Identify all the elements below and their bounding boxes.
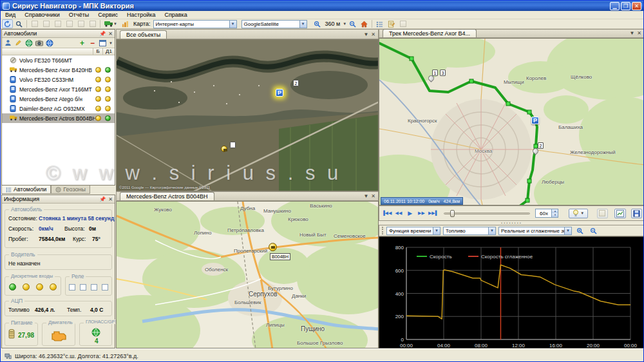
refresh-button[interactable] xyxy=(2,19,13,28)
chart-parameter-combobox[interactable]: Топливо ▼ xyxy=(443,227,496,235)
skip-end-button[interactable]: ▶▶▌ xyxy=(428,209,439,218)
chevron-down-icon[interactable]: ▼ xyxy=(580,211,584,215)
maximize-button[interactable]: ❐ xyxy=(621,2,630,10)
chevron-down-icon[interactable]: ▼ xyxy=(488,227,495,234)
play-button[interactable]: ▶ xyxy=(405,209,415,218)
scale-dropdown-icon[interactable]: ▼ xyxy=(343,22,346,26)
chevron-down-icon[interactable]: ▼ xyxy=(363,32,368,37)
relay-checkbox-1[interactable] xyxy=(69,284,75,291)
tab-vehicles[interactable]: Автомобили xyxy=(1,186,51,194)
home-button[interactable] xyxy=(359,19,370,28)
chevron-down-icon[interactable]: ▼ xyxy=(629,30,634,36)
menu-directories[interactable]: Справочники xyxy=(20,12,64,18)
relay-checkbox-3[interactable] xyxy=(91,284,97,291)
tab-geozones[interactable]: Геозоны xyxy=(51,186,90,194)
chart-zoom-out-button[interactable] xyxy=(588,226,599,235)
track-badge-2[interactable]: 2 xyxy=(538,142,544,149)
rewind-button[interactable]: ◀◀ xyxy=(393,209,404,218)
menu-help[interactable]: Справка xyxy=(160,12,191,18)
chevron-down-icon[interactable]: ▼ xyxy=(109,41,113,45)
tab-track-axor[interactable]: Трек Mercedes-Benz Axor B4... xyxy=(383,29,477,37)
map-layer-combobox[interactable]: GoogleSatellite ▼ xyxy=(242,20,307,28)
close-button[interactable]: ✕ xyxy=(632,2,641,10)
panels-list-button[interactable] xyxy=(374,19,385,28)
vehicle-row[interactable]: Mercedes-Benz Axor B420HB xyxy=(2,65,115,75)
satellite-map[interactable]: 2 P ©2011 Google — Картографические данн… xyxy=(116,39,379,191)
menu-reports[interactable]: Отчёты xyxy=(64,12,93,18)
vehicle-row[interactable]: Mercedes-Benz Axor T166MT xyxy=(2,84,115,94)
chevron-down-icon[interactable]: ▼ xyxy=(363,193,368,199)
skip-start-button[interactable]: ▐◀◀ xyxy=(381,209,392,218)
map-source-combobox[interactable]: Интернет-карты ▼ xyxy=(153,20,237,28)
track-badge-1[interactable]: 1 xyxy=(432,70,438,76)
sat-waypoint-badge[interactable]: 2 xyxy=(293,80,299,86)
vehicle-row[interactable]: Mercedes-Benz Atego б/н xyxy=(2,94,115,104)
show-on-map-button[interactable] xyxy=(24,39,33,47)
track-map[interactable]: 1 3 P 2 Королев Мытищи Щёлково Красногор… xyxy=(379,38,644,205)
playback-speed-spinner[interactable]: 60x ▲▼ xyxy=(535,209,558,218)
close-icon[interactable]: ✕ xyxy=(637,30,641,36)
log-button[interactable] xyxy=(386,19,397,28)
temp-label: Темп. xyxy=(67,307,81,313)
note-icon xyxy=(388,21,395,28)
pin-icon[interactable]: 📌 xyxy=(99,31,106,37)
close-icon[interactable]: ✕ xyxy=(371,193,375,199)
zoom-out-button[interactable] xyxy=(347,19,358,28)
add-vehicle-button[interactable]: + xyxy=(78,39,86,47)
map-label-novy-byt: Новый Быт xyxy=(299,232,327,238)
playback-slider[interactable] xyxy=(444,209,530,218)
menu-settings[interactable]: Настройка xyxy=(122,12,160,18)
chevron-down-icon[interactable]: ▼ xyxy=(433,227,440,234)
fast-forward-button[interactable]: ▶▶ xyxy=(417,209,427,218)
vehicle-row-selected[interactable]: Mercedes-Benz Actros B004BH xyxy=(2,113,115,123)
save-button[interactable] xyxy=(631,209,642,218)
camera-button[interactable] xyxy=(35,39,43,47)
mileage-value: 75844,0км xyxy=(39,236,65,242)
driver-button[interactable] xyxy=(4,39,12,47)
minimize-button[interactable]: ▁ xyxy=(610,2,620,10)
tab-all-objects[interactable]: Все объекты xyxy=(120,30,167,39)
spin-down-icon[interactable]: ▼ xyxy=(552,213,558,217)
status-dot-d1 xyxy=(105,67,111,73)
chart-tool-button[interactable] xyxy=(120,19,131,28)
chevron-down-icon[interactable]: ▼ xyxy=(229,21,236,28)
sat-vehicle-marker[interactable] xyxy=(221,146,227,152)
tab-actros-map[interactable]: Mercedes-Benz Actros B004BH xyxy=(120,192,214,200)
menu-service[interactable]: Сервис xyxy=(93,12,122,18)
track-parking-marker[interactable]: P xyxy=(531,117,539,124)
sat-vehicle-badge[interactable] xyxy=(230,142,236,148)
chart-plot[interactable]: 00:0004:0008:0012:0016:0020:0000:0002004… xyxy=(379,237,644,348)
open-chart-button[interactable] xyxy=(614,209,627,218)
edit-button[interactable] xyxy=(14,39,23,47)
route-vehicle-marker[interactable] xyxy=(269,243,277,251)
chart-zoom-in-button[interactable] xyxy=(574,226,585,235)
close-icon[interactable]: ✕ xyxy=(371,32,375,37)
relay-checkbox-2[interactable] xyxy=(80,284,86,291)
close-icon[interactable]: ✕ xyxy=(108,196,113,202)
map-label-lyubertsy: Люберцы xyxy=(542,179,564,185)
sat-parking-marker[interactable]: P xyxy=(276,89,283,97)
toolbar-grip[interactable] xyxy=(382,227,384,234)
vehicle-row[interactable]: Daimler-Benz AG O932MX xyxy=(2,104,115,113)
chevron-down-icon[interactable]: ▼ xyxy=(299,21,307,28)
menu-view[interactable]: Вид xyxy=(1,12,20,18)
vehicle-tool-button[interactable]: ▼ xyxy=(102,19,119,28)
chart-mode-combobox[interactable]: Функция времени ▼ xyxy=(386,227,440,235)
track-button[interactable] xyxy=(45,39,53,47)
slider-thumb[interactable] xyxy=(450,210,455,217)
vehicle-row[interactable]: Volvo FE320 C533HM xyxy=(2,75,115,84)
remove-vehicle-button[interactable]: − xyxy=(88,39,97,47)
window-mode-button[interactable] xyxy=(99,39,107,47)
vehicle-row[interactable]: Volvo FE320 T666MT xyxy=(2,55,115,65)
chart-values-combobox[interactable]: Реальные и сглаженные значен ▼ xyxy=(498,227,572,235)
close-icon[interactable]: ✕ xyxy=(108,31,113,37)
pin-icon[interactable]: 📌 xyxy=(99,196,106,202)
map-attribution: ©2011 Google — Картографические данные ©… xyxy=(119,186,210,189)
route-map[interactable]: Жуково Дубна Манушкино Крюково Васькино … xyxy=(116,201,379,348)
track-style-button[interactable]: ▼ xyxy=(569,209,588,218)
search-button[interactable] xyxy=(14,19,24,28)
relay-checkbox-4[interactable] xyxy=(102,284,108,291)
zoom-in-button[interactable] xyxy=(312,19,323,28)
track-badge-3[interactable]: 3 xyxy=(440,70,446,76)
chevron-down-icon[interactable]: ▼ xyxy=(564,227,571,234)
